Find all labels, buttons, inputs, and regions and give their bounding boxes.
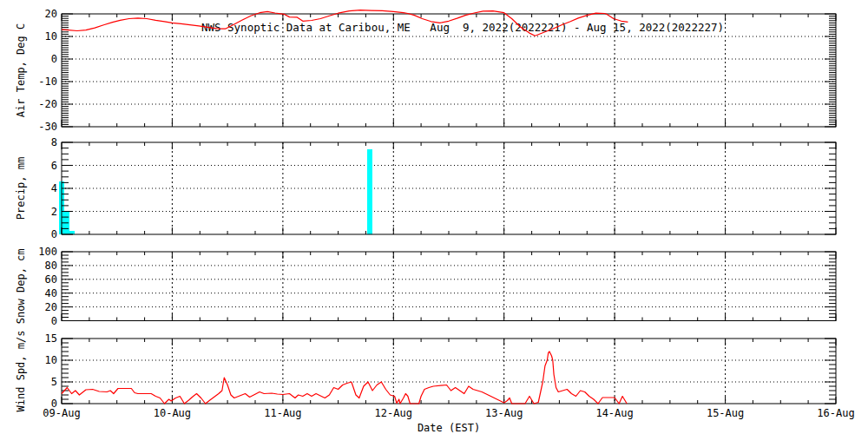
grid-horizontal	[62, 266, 836, 307]
y-tick-label: 0	[51, 228, 57, 240]
y-tick-label: 100	[38, 246, 57, 258]
y-tick-label: 0	[51, 53, 57, 65]
y-tick-label: 20	[45, 8, 57, 20]
y-tick-label: 40	[45, 287, 57, 299]
panel-precip: 02468Precip, mm	[15, 136, 836, 240]
y-tick-label: -10	[38, 76, 57, 88]
x-tick-label: 11-Aug	[264, 407, 301, 419]
grid-vertical	[172, 252, 725, 321]
x-tick-label: 12-Aug	[375, 407, 412, 419]
y-tick-label: 10	[45, 30, 57, 43]
x-tick-label: 16-Aug	[817, 407, 854, 419]
wind-speed-series-line	[62, 352, 627, 404]
axes-box	[62, 142, 836, 234]
precip-bars	[59, 149, 372, 234]
y-tick-label: 60	[45, 273, 57, 286]
y-axis-title-air-temp: Air Temp, Deg C	[15, 23, 27, 117]
y-axis-title-wind-speed: Wind Spd, m/s	[15, 331, 27, 412]
x-axis-title: Date (EST)	[418, 422, 480, 434]
y-tick-label: 4	[51, 182, 57, 194]
grid-horizontal	[62, 166, 836, 212]
y-ticks	[62, 252, 836, 321]
y-tick-label: 80	[45, 260, 57, 272]
precip-bar	[367, 149, 372, 234]
x-tick-label: 10-Aug	[154, 407, 191, 419]
y-tick-label: 8	[51, 136, 57, 148]
y-tick-label: 20	[45, 301, 57, 313]
y-tick-labels: 051015	[45, 332, 57, 410]
x-tick-label: 14-Aug	[595, 407, 633, 419]
y-tick-label: 2	[51, 206, 57, 218]
y-ticks	[62, 339, 836, 404]
y-tick-labels: -30-20-1001020	[38, 8, 57, 133]
grid-horizontal	[62, 360, 836, 382]
y-axis-title-precip: Precip, mm	[15, 157, 27, 220]
y-tick-label: 5	[51, 376, 57, 388]
y-tick-labels: 02468	[51, 136, 57, 240]
axes-box	[62, 252, 836, 321]
x-tick-label: 15-Aug	[707, 407, 744, 419]
y-tick-label: 6	[51, 160, 57, 172]
y-ticks	[62, 142, 836, 234]
panel-snow-depth: 020406080100Snow Dep, cm	[15, 246, 836, 327]
grid-vertical	[172, 142, 725, 234]
x-tick-label: 09-Aug	[43, 407, 80, 419]
y-tick-label: 10	[45, 354, 57, 366]
y-tick-label: -30	[38, 121, 57, 133]
y-axis-title-snow-depth: Snow Dep, cm	[15, 248, 27, 324]
synoptic-chart-svg: -30-20-1001020Air Temp, Deg C02468Precip…	[0, 0, 868, 434]
panel-wind-speed: 051015Wind Spd, m/s	[15, 331, 836, 412]
y-tick-label: -20	[38, 98, 57, 110]
y-tick-label: 0	[51, 315, 57, 327]
y-tick-labels: 020406080100	[38, 246, 57, 327]
x-ticks	[62, 142, 836, 234]
plot-window: -30-20-1001020Air Temp, Deg C02468Precip…	[0, 0, 868, 434]
axes-box	[62, 339, 836, 404]
y-tick-label: 15	[45, 332, 57, 345]
x-tick-label: 13-Aug	[485, 407, 523, 419]
chart-title: NWS Synoptic Data at Caribou, ME Aug 9, …	[201, 21, 724, 34]
x-ticks	[62, 339, 836, 404]
x-tick-labels: 09-Aug10-Aug11-Aug12-Aug13-Aug14-Aug15-A…	[43, 407, 854, 419]
grid-horizontal	[62, 36, 836, 104]
precip-bar	[69, 231, 75, 234]
x-ticks	[62, 252, 836, 321]
